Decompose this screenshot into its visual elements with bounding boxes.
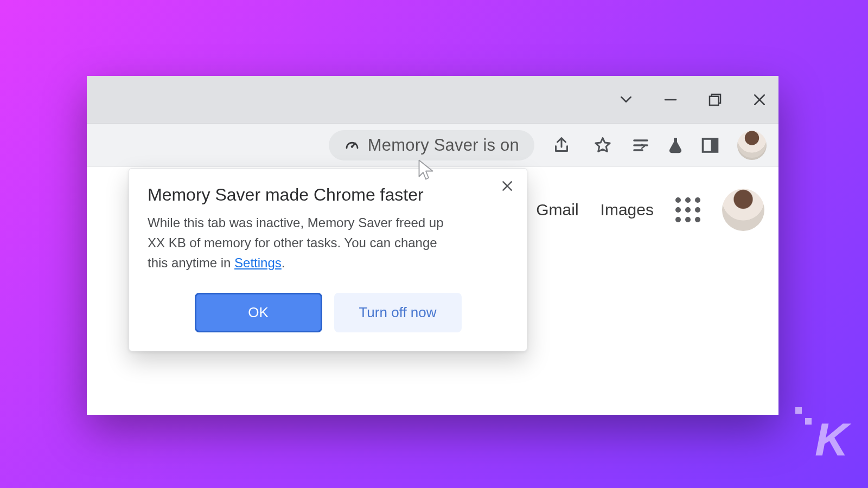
chevron-down-icon (618, 92, 634, 108)
close-icon (500, 179, 514, 193)
page-top-nav: Gmail Images (536, 189, 764, 231)
dialog-actions: OK Turn off now (148, 293, 508, 332)
flask-icon (666, 136, 685, 155)
svg-rect-4 (711, 139, 718, 152)
svg-rect-1 (710, 96, 718, 105)
dialog-body-post: . (282, 255, 285, 270)
memory-saver-chip[interactable]: Memory Saver is on (329, 130, 534, 160)
browser-toolbar: Memory Saver is on (87, 124, 778, 167)
turn-off-button[interactable]: Turn off now (334, 293, 462, 332)
reading-list-button[interactable] (627, 131, 655, 159)
maximize-button[interactable] (706, 91, 724, 109)
gmail-link[interactable]: Gmail (536, 201, 578, 219)
images-link[interactable]: Images (601, 201, 654, 219)
dialog-close-button[interactable] (497, 176, 517, 196)
share-button[interactable] (547, 131, 576, 159)
watermark: K (815, 413, 846, 466)
memory-saver-dialog: Memory Saver made Chrome faster While th… (129, 168, 527, 351)
minimize-icon (662, 92, 679, 108)
bookmark-button[interactable] (589, 131, 617, 159)
reading-list-icon (631, 136, 650, 155)
star-icon (593, 136, 612, 155)
dialog-body: While this tab was inactive, Memory Save… (148, 213, 451, 273)
side-panel-button[interactable] (696, 131, 724, 159)
account-avatar[interactable] (722, 189, 764, 231)
ok-button[interactable]: OK (195, 293, 322, 332)
profile-avatar[interactable] (737, 131, 767, 160)
minimize-button[interactable] (661, 91, 680, 109)
side-panel-icon (700, 136, 720, 155)
share-icon (552, 136, 571, 155)
memory-saver-chip-label: Memory Saver is on (368, 136, 519, 155)
apps-launcher-button[interactable] (675, 197, 700, 222)
settings-link[interactable]: Settings (234, 255, 282, 270)
dialog-title: Memory Saver made Chrome faster (148, 185, 508, 205)
dialog-body-pre: While this tab was inactive, Memory Save… (148, 215, 444, 270)
close-window-button[interactable] (750, 91, 769, 109)
maximize-icon (707, 92, 723, 108)
svg-point-2 (351, 145, 354, 148)
close-icon (751, 92, 768, 108)
window-titlebar (87, 76, 778, 124)
labs-button[interactable] (661, 131, 690, 159)
speedometer-icon (344, 137, 360, 153)
tab-search-button[interactable] (617, 91, 635, 109)
